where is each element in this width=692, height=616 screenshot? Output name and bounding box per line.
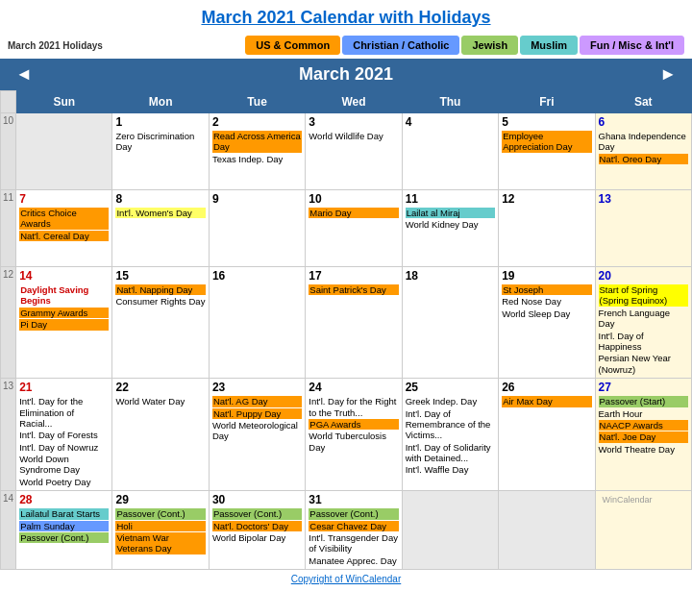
calendar-table: Sun Mon Tue Wed Thu Fri Sat 10 1 Zero Di… <box>0 90 692 570</box>
holiday-napping: Nat'l. Napping Day <box>115 284 205 295</box>
filter-tabs: US & Common Christian / Catholic Jewish … <box>245 36 684 55</box>
day-num-21: 21 <box>19 381 109 394</box>
holiday-pi: Pi Day <box>19 319 109 330</box>
day-cell-4: 4 <box>402 113 498 190</box>
day-num-19: 19 <box>502 269 591 283</box>
col-sat: Sat <box>595 91 691 113</box>
day-cell-2: 2 Read Across America Day Texas Indep. D… <box>209 113 305 190</box>
tab-fun[interactable]: Fun / Misc & Int'l <box>580 36 684 55</box>
holiday-solidarity: Int'l. Day of Solidarity with Detained..… <box>406 442 495 464</box>
holiday-air-max: Air Max Day <box>502 396 591 407</box>
day-num-22: 22 <box>115 381 205 394</box>
day-cell-19: 19 St Joseph Red Nose Day World Sleep Da… <box>499 267 595 379</box>
col-thu: Thu <box>402 91 498 113</box>
next-month-arrow[interactable]: ► <box>650 64 686 85</box>
holiday-read-america: Read Across America Day <box>212 131 302 153</box>
day-cell-21: 21 Int'l. Day for the Elimination of Rac… <box>16 379 112 491</box>
prev-month-arrow[interactable]: ◄ <box>6 64 42 85</box>
holiday-texas-indep: Texas Indep. Day <box>212 154 302 164</box>
day-cell-13: 13 <box>595 190 691 267</box>
holiday-bipolar: World Bipolar Day <box>212 532 302 543</box>
tab-us[interactable]: US & Common <box>245 36 340 55</box>
holiday-earth-hour: Earth Hour <box>599 408 688 419</box>
day-cell-5: 5 Employee Appreciation Day <box>499 113 595 190</box>
tab-christian[interactable]: Christian / Catholic <box>342 36 459 55</box>
day-num-10: 10 <box>309 192 398 206</box>
day-cell-31: 31 Passover (Cont.) Cesar Chavez Day Int… <box>306 491 402 570</box>
holiday-cesar-chavez: Cesar Chavez Day <box>309 521 398 531</box>
holiday-stpatricks: Saint Patrick's Day <box>309 284 398 295</box>
page-title: March 2021 Calendar with Holidays <box>0 0 692 32</box>
day-num-17: 17 <box>309 269 398 283</box>
holiday-doctors: Nat'l. Doctors' Day <box>212 521 302 531</box>
day-num-27: 27 <box>599 381 688 394</box>
holiday-red-nose: Red Nose Day <box>502 296 591 307</box>
day-num-13: 13 <box>599 192 688 206</box>
holiday-cereal: Nat'l. Cereal Day <box>19 231 109 241</box>
holiday-world-sleep: World Sleep Day <box>502 308 591 319</box>
tab-jewish[interactable]: Jewish <box>461 36 518 55</box>
week-num-14: 14 <box>1 491 16 570</box>
day-num-8: 8 <box>115 192 205 206</box>
day-num-24: 24 <box>309 381 398 394</box>
day-cell-20: 20 Start of Spring (Spring Equinox) Fren… <box>595 267 691 379</box>
holiday-right-truth: Int'l. Day for the Right to the Truth... <box>309 396 398 418</box>
day-cell-empty-apr1 <box>402 491 498 570</box>
day-cell-15: 15 Nat'l. Napping Day Consumer Rights Da… <box>112 267 209 379</box>
day-num-30: 30 <box>212 493 302 506</box>
holiday-nowruz: Int'l. Day of Nowruz <box>19 442 109 453</box>
col-mon: Mon <box>112 91 209 113</box>
day-cell-9: 9 <box>209 190 305 267</box>
day-num-9: 9 <box>212 192 302 206</box>
holiday-theatre: World Theatre Day <box>599 444 688 455</box>
holiday-grammy: Grammy Awards <box>19 308 109 318</box>
day-cell-1: 1 Zero Discrimination Day <box>112 113 209 190</box>
holiday-passover-cont3: Passover (Cont.) <box>212 508 302 519</box>
day-num-2: 2 <box>212 115 302 129</box>
holiday-passover-start: Passover (Start) <box>599 396 688 407</box>
holiday-employee-appreciation: Employee Appreciation Day <box>502 131 591 153</box>
holiday-transgender: Int'l. Transgender Day of Visibility <box>309 532 398 554</box>
tab-muslim[interactable]: Muslim <box>520 36 578 55</box>
week-col-header <box>1 91 16 113</box>
holiday-holi: Holi <box>115 521 205 531</box>
holiday-ghana: Ghana Independence Day <box>599 131 688 153</box>
holiday-kidney: World Kidney Day <box>406 219 495 230</box>
day-cell-25: 25 Greek Indep. Day Int'l. Day of Rememb… <box>402 379 498 491</box>
top-bar: March 2021 Holidays US & Common Christia… <box>0 32 692 59</box>
calendar-header: ◄ March 2021 ► <box>0 59 692 90</box>
month-year-title: March 2021 <box>299 64 393 85</box>
day-cell-18: 18 <box>402 267 498 379</box>
holiday-meteorological: World Meteorological Day <box>212 420 302 442</box>
week-num-13: 13 <box>1 379 16 491</box>
day-cell-26: 26 Air Max Day <box>499 379 595 491</box>
holiday-zero-discrimination: Zero Discrimination Day <box>115 131 205 153</box>
holiday-ag: Nat'l. AG Day <box>212 396 302 407</box>
day-cell-14: 14 Daylight Saving Begins Grammy Awards … <box>16 267 112 379</box>
holiday-waffle: Int'l. Waffle Day <box>406 464 495 475</box>
holiday-persian-new-year: Persian New Year (Nowruz) <box>599 353 688 375</box>
holiday-st-joseph: St Joseph <box>502 284 591 295</box>
day-num-5: 5 <box>502 115 591 129</box>
day-num-25: 25 <box>406 381 495 394</box>
day-num-29: 29 <box>115 493 205 506</box>
holiday-water: World Water Day <box>115 396 205 407</box>
day-num-4: 4 <box>406 115 495 129</box>
day-cell-11: 11 Lailat al Miraj World Kidney Day <box>402 190 498 267</box>
wincalendar-brand: WinCalendar <box>599 495 656 506</box>
day-num-20: 20 <box>599 269 688 283</box>
day-cell-27: 27 Passover (Start) Earth Hour NAACP Awa… <box>595 379 691 491</box>
day-cell-8: 8 Int'l. Women's Day <box>112 190 209 267</box>
holiday-elimination-racial: Int'l. Day for the Elimination of Racial… <box>19 396 109 429</box>
day-cell-24: 24 Int'l. Day for the Right to the Truth… <box>306 379 402 491</box>
holiday-pga: PGA Awards <box>309 419 398 430</box>
day-num-18: 18 <box>406 269 495 283</box>
day-num-28: 28 <box>19 493 109 506</box>
day-num-15: 15 <box>115 269 205 283</box>
holiday-passover-cont4: Passover (Cont.) <box>309 508 398 519</box>
day-num-23: 23 <box>212 381 302 394</box>
day-cell-17: 17 Saint Patrick's Day <box>306 267 402 379</box>
week-num-11: 11 <box>1 190 16 267</box>
day-cell-empty-apr2 <box>499 491 595 570</box>
holiday-manatee: Manatee Apprec. Day <box>309 555 398 566</box>
